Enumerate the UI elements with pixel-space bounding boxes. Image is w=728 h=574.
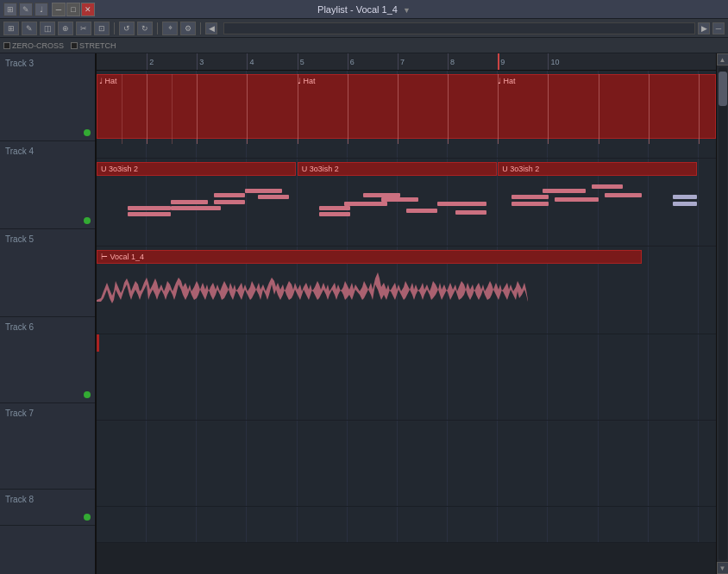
track-label-3[interactable]: Track 3 bbox=[0, 53, 95, 141]
tool-cut[interactable]: ✂ bbox=[76, 22, 91, 35]
track-area-wrapper: 2 3 4 5 6 7 8 9 10 ♩ Ha bbox=[97, 53, 728, 574]
track-name-3: Track 3 bbox=[5, 57, 34, 68]
track-row-6[interactable] bbox=[97, 334, 716, 421]
title-bar-icons: ⊞ ✎ ♩ bbox=[0, 3, 52, 16]
stretch-checkbox[interactable] bbox=[71, 42, 78, 49]
3o3-bar-1[interactable]: U 3o3ish 2 bbox=[97, 162, 296, 176]
tmark-3: 3 bbox=[197, 53, 204, 70]
track-row-8[interactable] bbox=[97, 507, 716, 543]
tool-zoom[interactable]: ⊡ bbox=[94, 22, 110, 35]
hat-label-2: ♩ Hat bbox=[298, 77, 316, 85]
scroll-up-button[interactable]: ▲ bbox=[717, 53, 729, 66]
tmark-8: 8 bbox=[448, 53, 455, 70]
track-active-dot-8 bbox=[84, 514, 91, 521]
track-label-6[interactable]: Track 6 bbox=[0, 317, 95, 403]
dropdown-arrow[interactable]: ▼ bbox=[403, 6, 411, 15]
3o3-bar-3[interactable]: U 3o3ish 2 bbox=[498, 162, 697, 176]
waveform-path bbox=[97, 272, 528, 303]
midi-note bbox=[592, 184, 623, 189]
tool-undo[interactable]: ↺ bbox=[119, 22, 135, 35]
midi-note bbox=[319, 206, 350, 210]
track-row-7[interactable] bbox=[97, 421, 716, 507]
track-label-4[interactable]: Track 4 bbox=[0, 141, 95, 229]
midi-note bbox=[437, 202, 486, 206]
playhead bbox=[498, 53, 499, 70]
track-active-dot-4 bbox=[84, 217, 91, 224]
scroll-down-button[interactable]: ▼ bbox=[717, 562, 729, 574]
window-controls: ─ □ ✕ bbox=[52, 3, 97, 16]
scroll-right-arrow[interactable]: ▶ bbox=[698, 22, 710, 34]
track-label-8[interactable]: Track 8 bbox=[0, 490, 95, 526]
scroll-minus[interactable]: ─ bbox=[712, 22, 725, 34]
stretch-option[interactable]: STRETCH bbox=[71, 41, 116, 50]
tmark-10: 10 bbox=[548, 53, 559, 70]
options-bar: ZERO-CROSS STRETCH bbox=[0, 38, 728, 53]
track-name-8: Track 8 bbox=[5, 493, 34, 504]
midi-note bbox=[406, 209, 437, 213]
track-row-4[interactable]: U 3o3ish 2 U 3o3ish 2 U 3o3ish 2 bbox=[97, 159, 716, 246]
track-label-7[interactable]: Track 7 bbox=[0, 403, 95, 490]
tool-draw[interactable]: ✎ bbox=[22, 22, 37, 35]
track-row-5[interactable]: ⊢ Vocal 1_4 bbox=[97, 246, 716, 334]
track-active-dot-3 bbox=[84, 129, 91, 136]
tmark-7: 7 bbox=[398, 53, 405, 70]
tool-options[interactable]: ⚙ bbox=[180, 22, 196, 35]
3o3-label-3: U 3o3ish 2 bbox=[499, 163, 543, 175]
track-name-5: Track 5 bbox=[5, 233, 34, 244]
close-button[interactable]: ✕ bbox=[81, 3, 95, 16]
midi-note bbox=[381, 197, 418, 202]
midi-note bbox=[344, 202, 387, 206]
tool-erase[interactable]: ◫ bbox=[40, 22, 55, 35]
midi-note bbox=[258, 195, 289, 199]
main-area: Track 3 Track 4 Track 5 Track 6 Track 7 … bbox=[0, 53, 728, 574]
midi-note bbox=[214, 200, 245, 204]
track-labels-panel: Track 3 Track 4 Track 5 Track 6 Track 7 … bbox=[0, 53, 97, 574]
tool-move[interactable]: ⊕ bbox=[58, 22, 73, 35]
vocal-bar[interactable]: ⊢ Vocal 1_4 bbox=[97, 250, 642, 264]
tmark-4: 4 bbox=[247, 53, 254, 70]
track-label-5[interactable]: Track 5 bbox=[0, 229, 95, 317]
horizontal-scrollbar-top[interactable] bbox=[223, 22, 695, 34]
tool-select[interactable]: ⊞ bbox=[3, 22, 19, 35]
separator-1 bbox=[114, 22, 115, 34]
midi-note bbox=[455, 210, 486, 215]
midi-note bbox=[511, 195, 549, 199]
tmark-6: 6 bbox=[348, 53, 355, 70]
scroll-left-arrow[interactable]: ◀ bbox=[205, 22, 217, 34]
midi-note bbox=[128, 212, 171, 216]
waveform-svg bbox=[97, 265, 642, 329]
track-name-7: Track 7 bbox=[5, 407, 34, 418]
note-icon[interactable]: ♩ bbox=[35, 3, 48, 16]
midi-note bbox=[511, 202, 549, 206]
scroll-thumb[interactable] bbox=[719, 72, 727, 106]
zero-cross-checkbox[interactable] bbox=[3, 42, 10, 49]
window-title: Playlist - Vocal 1_4 ▼ bbox=[317, 4, 411, 15]
3o3-bar-2[interactable]: U 3o3ish 2 bbox=[298, 162, 497, 176]
midi-note bbox=[128, 206, 171, 210]
tracks-container: ♩ Hat ♩ Hat ♩ Hat bbox=[97, 71, 716, 574]
tool-redo[interactable]: ↻ bbox=[137, 22, 153, 35]
midi-note-gray bbox=[673, 202, 698, 206]
midi-note bbox=[171, 200, 208, 204]
tool-snap[interactable]: ⌖ bbox=[162, 22, 178, 35]
midi-note bbox=[171, 206, 220, 210]
minimize-button[interactable]: ─ bbox=[52, 3, 66, 16]
maximize-button[interactable]: □ bbox=[66, 3, 80, 16]
hat-block-full[interactable]: ♩ Hat ♩ Hat ♩ Hat bbox=[97, 74, 716, 139]
tmark-5: 5 bbox=[298, 53, 304, 70]
midi-note bbox=[543, 189, 586, 193]
scroll-track[interactable] bbox=[719, 67, 727, 560]
hat-label-1: ♩ Hat bbox=[99, 77, 117, 85]
track-active-dot-6 bbox=[84, 391, 91, 398]
zero-cross-option[interactable]: ZERO-CROSS bbox=[3, 41, 64, 50]
title-text: Playlist - Vocal 1_4 bbox=[317, 4, 398, 15]
midi-note bbox=[214, 193, 245, 197]
midi-note bbox=[245, 189, 282, 193]
playlist-icon[interactable]: ⊞ bbox=[3, 3, 17, 16]
vocal-label: ⊢ Vocal 1_4 bbox=[97, 251, 147, 263]
cursor-icon[interactable]: ✎ bbox=[19, 3, 33, 16]
vertical-scrollbar[interactable]: ▲ ▼ bbox=[716, 53, 728, 574]
3o3-label-2: U 3o3ish 2 bbox=[298, 163, 342, 175]
track-row-3[interactable]: ♩ Hat ♩ Hat ♩ Hat bbox=[97, 71, 716, 159]
title-bar: ⊞ ✎ ♩ Playlist - Vocal 1_4 ▼ ─ □ ✕ bbox=[0, 0, 728, 19]
